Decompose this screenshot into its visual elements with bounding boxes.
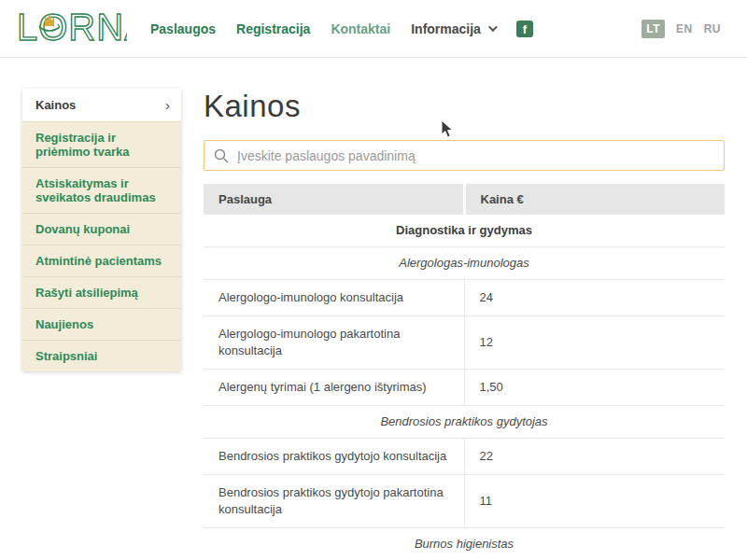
search-input[interactable] xyxy=(237,148,714,163)
sidebar-item-rasyti-atsiliepima[interactable]: Rašyti atsiliepimą xyxy=(22,277,181,309)
content-area: Kainos › Registracija ir priėmimo tvarka… xyxy=(0,58,747,560)
sidebar-item-label: Kainos xyxy=(35,98,76,112)
chevron-right-icon: › xyxy=(165,100,170,111)
col-header-service: Paslauga xyxy=(204,184,464,215)
col-header-price: Kaina € xyxy=(464,184,725,215)
prices-table: Paslauga Kaina € Diagnostika ir gydymas … xyxy=(204,184,725,560)
service-cell: Alergologo-imunologo pakartotina konsult… xyxy=(204,316,464,370)
lang-ru[interactable]: RU xyxy=(704,22,721,35)
service-cell: Bendrosios praktikos gydytojo pakartotin… xyxy=(204,475,464,528)
search-icon xyxy=(214,148,229,163)
table-subsection-row: Bendrosios praktikos gydytojas xyxy=(204,406,725,439)
sidebar-item-atsiskaitymas[interactable]: Atsiskaitymas ir sveikatos draudimas xyxy=(22,168,181,214)
nav-paslaugos[interactable]: Paslaugos xyxy=(150,21,216,36)
sidebar-menu: Kainos › Registracija ir priėmimo tvarka… xyxy=(22,89,181,371)
subsection-label: Bendrosios praktikos gydytojas xyxy=(204,406,725,439)
table-row: Alergologo-imunologo konsultacija 24 xyxy=(204,280,725,316)
sidebar-item-kainos[interactable]: Kainos › xyxy=(22,89,181,122)
service-search-box xyxy=(204,140,725,171)
table-section-row: Diagnostika ir gydymas xyxy=(204,215,725,247)
facebook-icon[interactable]: f xyxy=(516,21,533,37)
sidebar-item-atmintine[interactable]: Atmintinė pacientams xyxy=(22,245,181,277)
table-subsection-row: Burnos higienistas xyxy=(204,528,725,560)
lang-en[interactable]: EN xyxy=(676,22,693,35)
main-panel: Kainos Paslauga Kaina € Diagnostika ir g… xyxy=(204,89,725,560)
language-switcher: LT EN RU xyxy=(641,20,721,38)
price-cell: 11 xyxy=(464,475,725,528)
subsection-label: Burnos higienistas xyxy=(204,528,725,560)
lorna-logo-icon: LORNA xyxy=(17,7,127,48)
service-cell: Alergologo-imunologo konsultacija xyxy=(204,280,464,316)
page-title: Kainos xyxy=(204,89,725,124)
table-subsection-row: Alergologas-imunologas xyxy=(204,247,725,280)
table-header-row: Paslauga Kaina € xyxy=(204,184,725,215)
table-row: Alergenų tyrimai (1 alergeno ištyrimas) … xyxy=(204,370,725,406)
table-row: Bendrosios praktikos gydytojo konsultaci… xyxy=(204,439,725,475)
sidebar-item-naujienos[interactable]: Naujienos xyxy=(22,309,181,341)
table-row: Alergologo-imunologo pakartotina konsult… xyxy=(204,316,725,370)
price-cell: 12 xyxy=(464,316,725,370)
nav-informacija-label: Informacija xyxy=(411,21,481,36)
lang-lt[interactable]: LT xyxy=(641,20,665,38)
nav-registracija[interactable]: Registracija xyxy=(236,21,310,36)
sidebar-item-dovanu-kuponai[interactable]: Dovanų kuponai xyxy=(22,214,181,245)
nav-informacija-dropdown[interactable]: Informacija xyxy=(411,21,495,36)
price-cell: 22 xyxy=(464,439,725,475)
nav-kontaktai[interactable]: Kontaktai xyxy=(331,21,390,36)
svg-text:LORNA: LORNA xyxy=(17,7,127,48)
price-cell: 1,50 xyxy=(464,370,725,406)
lorna-logo[interactable]: LORNA xyxy=(17,7,127,51)
table-row: Bendrosios praktikos gydytojo pakartotin… xyxy=(204,475,725,528)
service-cell: Alergenų tyrimai (1 alergeno ištyrimas) xyxy=(204,370,464,406)
header: LORNA Paslaugos Registracija Kontaktai I… xyxy=(0,0,747,58)
price-cell: 24 xyxy=(464,280,725,316)
service-cell: Bendrosios praktikos gydytojo konsultaci… xyxy=(204,439,464,475)
main-nav: Paslaugos Registracija Kontaktai Informa… xyxy=(140,21,533,37)
subsection-label: Alergologas-imunologas xyxy=(204,247,725,280)
chevron-down-icon xyxy=(488,22,498,32)
section-label: Diagnostika ir gydymas xyxy=(204,215,725,247)
sidebar-item-registracija-tvarka[interactable]: Registracija ir priėmimo tvarka xyxy=(22,122,181,168)
sidebar-item-straipsniai[interactable]: Straipsniai xyxy=(22,341,181,371)
